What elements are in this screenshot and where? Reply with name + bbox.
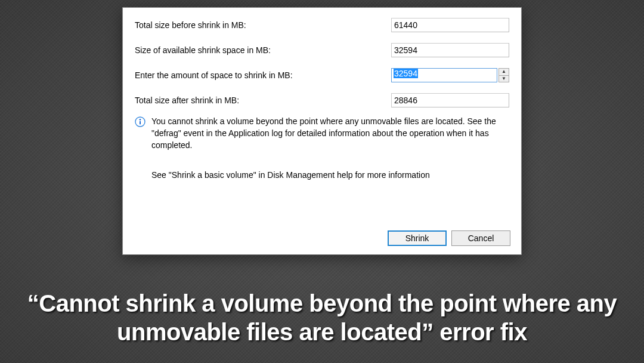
info-paragraph-2: See "Shrink a basic volume" in Disk Mana… bbox=[151, 169, 509, 181]
spinner-buttons: ▲ ▼ bbox=[499, 68, 509, 82]
value-total-after: 28846 bbox=[391, 93, 509, 107]
label-available: Size of available shrink space in MB: bbox=[135, 45, 391, 55]
spinner-up-button[interactable]: ▲ bbox=[499, 68, 509, 75]
info-icon bbox=[135, 116, 145, 127]
amount-spinner[interactable]: 32594 ▲ ▼ bbox=[391, 68, 509, 82]
cancel-button[interactable]: Cancel bbox=[451, 230, 510, 246]
info-block: You cannot shrink a volume beyond the po… bbox=[123, 113, 521, 199]
row-available: Size of available shrink space in MB: 32… bbox=[135, 38, 509, 63]
amount-input[interactable]: 32594 bbox=[391, 68, 497, 82]
label-enter-amount: Enter the amount of space to shrink in M… bbox=[135, 70, 391, 80]
svg-rect-2 bbox=[140, 121, 141, 125]
label-total-before: Total size before shrink in MB: bbox=[135, 20, 391, 30]
row-total-before: Total size before shrink in MB: 61440 bbox=[135, 13, 509, 38]
row-total-after: Total size after shrink in MB: 28846 bbox=[135, 88, 509, 113]
value-total-before: 61440 bbox=[391, 18, 509, 32]
shrink-volume-dialog: Total size before shrink in MB: 61440 Si… bbox=[122, 7, 522, 255]
info-paragraph-1: You cannot shrink a volume beyond the po… bbox=[151, 115, 509, 151]
amount-input-selection[interactable]: 32594 bbox=[394, 69, 418, 78]
row-enter-amount: Enter the amount of space to shrink in M… bbox=[135, 63, 509, 88]
caption-text: “Cannot shrink a volume beyond the point… bbox=[0, 289, 644, 346]
value-available: 32594 bbox=[391, 43, 509, 57]
form-area: Total size before shrink in MB: 61440 Si… bbox=[123, 8, 521, 113]
info-text: You cannot shrink a volume beyond the po… bbox=[151, 115, 509, 199]
spinner-down-button[interactable]: ▼ bbox=[499, 75, 509, 83]
chevron-up-icon: ▲ bbox=[501, 69, 506, 74]
label-total-after: Total size after shrink in MB: bbox=[135, 96, 391, 105]
svg-point-1 bbox=[140, 119, 141, 121]
dialog-button-row: Shrink Cancel bbox=[388, 230, 510, 246]
shrink-button[interactable]: Shrink bbox=[388, 230, 447, 246]
chevron-down-icon: ▼ bbox=[501, 76, 506, 81]
